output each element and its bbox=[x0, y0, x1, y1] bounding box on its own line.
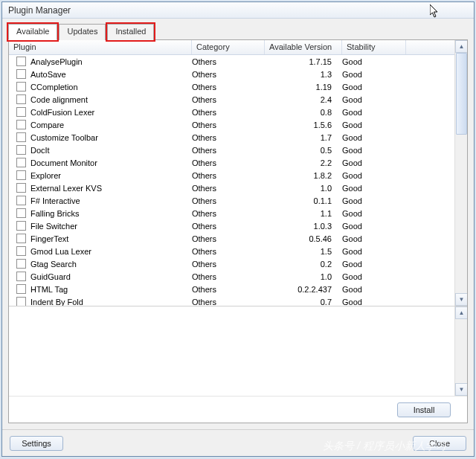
cell-stability: Good bbox=[342, 158, 406, 167]
cell-stability: Good bbox=[342, 298, 406, 306]
cell-version: 0.1.1 bbox=[265, 196, 342, 205]
cell-category: Others bbox=[192, 298, 265, 306]
cell-plugin: DocIt bbox=[30, 146, 192, 155]
table-row[interactable]: Document MonitorOthers2.2Good bbox=[9, 156, 467, 169]
tab-available[interactable]: Available bbox=[8, 24, 57, 40]
table-row[interactable]: CompareOthers1.5.6Good bbox=[9, 118, 467, 131]
scroll-thumb[interactable] bbox=[456, 53, 467, 135]
cell-category: Others bbox=[192, 83, 265, 92]
table-row[interactable]: Gtag SearchOthers0.2Good bbox=[9, 257, 467, 270]
plugin-table: Plugin Category Available Version Stabil… bbox=[9, 40, 467, 306]
cell-category: Others bbox=[192, 285, 265, 294]
tab-installed[interactable]: Installed bbox=[107, 24, 154, 40]
cell-category: Others bbox=[192, 70, 265, 79]
row-checkbox[interactable] bbox=[16, 69, 26, 79]
cell-version: 1.0 bbox=[265, 272, 342, 281]
cell-category: Others bbox=[192, 247, 265, 256]
row-checkbox[interactable] bbox=[16, 132, 26, 142]
cell-version: 1.8.2 bbox=[265, 171, 342, 180]
row-checkbox[interactable] bbox=[16, 170, 26, 180]
cell-category: Others bbox=[192, 146, 265, 155]
table-row[interactable]: DocItOthers0.5Good bbox=[9, 144, 467, 156]
row-checkbox[interactable] bbox=[16, 234, 26, 243]
table-row[interactable]: AnalysePluginOthers1.7.15Good bbox=[9, 55, 467, 68]
cell-version: 0.2 bbox=[265, 260, 342, 269]
detail-scroll-up[interactable]: ▲ bbox=[455, 306, 468, 319]
row-checkbox[interactable] bbox=[16, 259, 26, 269]
detail-scroll-down[interactable]: ▼ bbox=[455, 383, 468, 396]
scroll-up-button[interactable]: ▲ bbox=[455, 40, 467, 53]
row-checkbox[interactable] bbox=[16, 196, 26, 205]
cell-version: 1.7.15 bbox=[265, 57, 342, 66]
table-row[interactable]: GuidGuardOthers1.0Good bbox=[9, 270, 467, 283]
table-row[interactable]: Falling BricksOthers1.1Good bbox=[9, 207, 467, 219]
cell-stability: Good bbox=[342, 272, 406, 281]
vertical-scrollbar: ▲ ▼ bbox=[454, 40, 467, 306]
row-checkbox[interactable] bbox=[16, 57, 26, 66]
row-checkbox[interactable] bbox=[16, 272, 26, 281]
cell-plugin: Code alignment bbox=[30, 95, 192, 104]
cell-plugin: Indent By Fold bbox=[30, 298, 192, 306]
cell-version: 1.5.6 bbox=[265, 121, 342, 129]
row-checkbox[interactable] bbox=[16, 94, 26, 104]
table-row[interactable]: File SwitcherOthers1.0.3Good bbox=[9, 219, 467, 232]
row-checkbox[interactable] bbox=[16, 107, 26, 117]
tab-updates[interactable]: Updates bbox=[59, 24, 106, 40]
scroll-down-button[interactable]: ▼ bbox=[455, 293, 467, 306]
cell-category: Others bbox=[192, 234, 265, 243]
row-checkbox[interactable] bbox=[16, 208, 26, 218]
close-button[interactable]: Close bbox=[413, 436, 466, 451]
cell-stability: Good bbox=[342, 57, 406, 66]
row-checkbox[interactable] bbox=[16, 158, 26, 167]
settings-button[interactable]: Settings bbox=[10, 436, 63, 451]
row-checkbox[interactable] bbox=[16, 246, 26, 256]
cell-plugin: F# Interactive bbox=[30, 196, 192, 205]
install-row: Install bbox=[9, 396, 467, 423]
plugin-manager-window: Plugin Manager Available Updates Install… bbox=[1, 1, 475, 457]
cell-plugin: HTML Tag bbox=[30, 285, 192, 294]
cell-stability: Good bbox=[342, 133, 406, 142]
cell-version: 1.3 bbox=[265, 70, 342, 79]
row-checkbox[interactable] bbox=[16, 221, 26, 231]
cell-stability: Good bbox=[342, 285, 406, 294]
cell-version: 0.5.46 bbox=[265, 234, 342, 243]
table-row[interactable]: FingerTextOthers0.5.46Good bbox=[9, 232, 467, 245]
cell-category: Others bbox=[192, 209, 265, 218]
table-row[interactable]: Gmod Lua LexerOthers1.5Good bbox=[9, 245, 467, 257]
cell-version: 2.4 bbox=[265, 95, 342, 104]
cell-version: 2.2 bbox=[265, 158, 342, 167]
col-plugin[interactable]: Plugin bbox=[9, 40, 192, 54]
cell-category: Others bbox=[192, 272, 265, 281]
table-row[interactable]: F# InteractiveOthers0.1.1Good bbox=[9, 194, 467, 207]
table-row[interactable]: ExplorerOthers1.8.2Good bbox=[9, 169, 467, 182]
col-stability[interactable]: Stability bbox=[342, 40, 406, 54]
cell-stability: Good bbox=[342, 209, 406, 218]
table-row[interactable]: AutoSaveOthers1.3Good bbox=[9, 68, 467, 80]
cell-version: 0.8 bbox=[265, 108, 342, 117]
table-body: AnalysePluginOthers1.7.15GoodAutoSaveOth… bbox=[9, 55, 467, 306]
install-button[interactable]: Install bbox=[397, 402, 451, 417]
row-checkbox[interactable] bbox=[16, 297, 26, 306]
table-row[interactable]: Customize ToolbarOthers1.7Good bbox=[9, 131, 467, 144]
row-checkbox[interactable] bbox=[16, 120, 26, 129]
cell-plugin: Compare bbox=[30, 121, 192, 129]
table-row[interactable]: Code alignmentOthers2.4Good bbox=[9, 93, 467, 106]
cell-stability: Good bbox=[342, 196, 406, 205]
row-checkbox[interactable] bbox=[16, 183, 26, 193]
cell-category: Others bbox=[192, 108, 265, 117]
table-row[interactable]: ColdFusion LexerOthers0.8Good bbox=[9, 106, 467, 118]
cell-plugin: AutoSave bbox=[30, 70, 192, 79]
cell-plugin: Falling Bricks bbox=[30, 209, 192, 218]
col-version[interactable]: Available Version bbox=[265, 40, 342, 54]
row-checkbox[interactable] bbox=[16, 284, 26, 294]
cell-version: 1.7 bbox=[265, 133, 342, 142]
row-checkbox[interactable] bbox=[16, 82, 26, 92]
table-row[interactable]: External Lexer KVSOthers1.0Good bbox=[9, 182, 467, 194]
table-row[interactable]: Indent By FoldOthers0.7Good bbox=[9, 295, 467, 306]
row-checkbox[interactable] bbox=[16, 145, 26, 155]
cell-category: Others bbox=[192, 196, 265, 205]
table-row[interactable]: CCompletionOthers1.19Good bbox=[9, 80, 467, 93]
detail-scrollbar: ▲ ▼ bbox=[454, 306, 467, 396]
table-row[interactable]: HTML TagOthers0.2.2.437Good bbox=[9, 283, 467, 295]
col-category[interactable]: Category bbox=[192, 40, 265, 54]
